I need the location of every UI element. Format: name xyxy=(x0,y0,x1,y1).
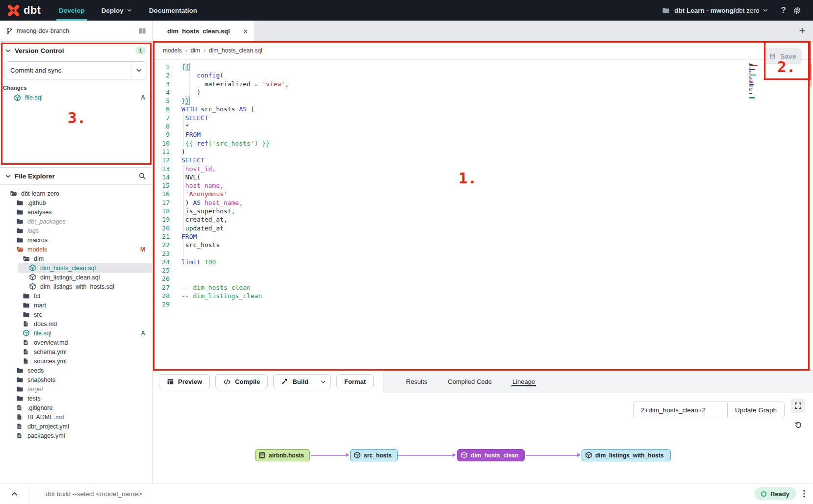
minimap-line xyxy=(749,67,751,68)
tree-item-snapshots[interactable]: snapshots xyxy=(0,375,152,384)
tree-item-schema-yml[interactable]: schema.yml xyxy=(0,347,152,356)
code-line: 26 xyxy=(153,275,806,283)
commit-and-sync-button[interactable]: Commit and sync xyxy=(4,61,147,79)
minimap-line xyxy=(749,75,756,76)
lineage-node-airbnb-hosts[interactable]: airbnb.hosts xyxy=(255,449,310,461)
tab-results[interactable]: Results xyxy=(406,371,427,393)
tree-item-models[interactable]: modelsM xyxy=(0,245,152,254)
breadcrumb-item[interactable]: models xyxy=(163,47,182,54)
minimap-line xyxy=(749,89,750,90)
help-icon[interactable]: ? xyxy=(781,5,786,15)
node-label: src_hosts xyxy=(364,452,392,459)
tree-item-label: target xyxy=(27,386,43,393)
kebab-menu-icon[interactable] xyxy=(803,490,805,498)
save-button[interactable]: Save xyxy=(763,48,802,64)
tree-item-dbt-project-yml[interactable]: dbt_project.yml xyxy=(0,422,152,431)
folder-icon xyxy=(23,292,30,300)
reset-view-icon[interactable] xyxy=(791,417,805,431)
breadcrumb: models›dim›dim_hosts_clean.sql xyxy=(153,42,813,60)
version-control-header[interactable]: Version Control 1 xyxy=(0,42,152,58)
lineage-node-dim-hosts-clean[interactable]: dim_hosts_clean xyxy=(457,449,525,461)
tree-item-docs-md[interactable]: docs.md xyxy=(0,319,152,328)
dbt-logo[interactable]: dbt xyxy=(0,4,51,17)
search-icon[interactable] xyxy=(138,172,146,180)
code-area[interactable]: 1{{2 config(3 materialized = 'view',4 )5… xyxy=(153,60,806,370)
tree-item-dim-listings-clean-sql[interactable]: dim_listings_clean.sql xyxy=(0,273,152,282)
file-explorer-title: File Explorer xyxy=(15,173,135,180)
file-explorer-header[interactable]: File Explorer xyxy=(0,168,152,185)
tree-item-readme-md[interactable]: README.md xyxy=(0,412,152,422)
code-line: 20 updated_at xyxy=(153,224,806,232)
line-number: 16 xyxy=(153,190,176,198)
tree-item-sources-yml[interactable]: sources.yml xyxy=(0,356,152,366)
nav-item-documentation[interactable]: Documentation xyxy=(141,0,205,21)
breadcrumb-item[interactable]: dim_hosts_clean.sql xyxy=(209,47,262,54)
tab-dim-hosts-clean[interactable]: dim_hosts_clean.sql × xyxy=(152,21,255,41)
code-line: 15 host_name, xyxy=(153,181,806,190)
code-line: 8 * xyxy=(153,122,806,130)
tree-item-seeds[interactable]: seeds xyxy=(0,366,152,375)
changed-file-row[interactable]: file.sqlA xyxy=(0,93,152,102)
lineage-node-dim-listings-with-hosts[interactable]: dim_listings_with_hosts xyxy=(582,449,671,461)
tree-item-packages-yml[interactable]: packages.yml xyxy=(0,431,152,440)
tree-item-dim-hosts-clean-sql[interactable]: dim_hosts_clean.sql xyxy=(0,263,152,273)
new-tab-button[interactable]: + xyxy=(791,21,813,41)
tree-item-label: tests xyxy=(27,395,40,402)
tree-item-dbt-learn-zero[interactable]: dbt-learn-zero xyxy=(0,189,152,198)
tree-item-analyses[interactable]: analyses xyxy=(0,207,152,217)
tree-item-tests[interactable]: tests xyxy=(0,394,152,403)
environment-selector[interactable]: dbt zero xyxy=(736,7,768,14)
tree-item-dim-listings-with-hosts-sql[interactable]: dim_listings_with_hosts.sql xyxy=(0,282,152,291)
chevron-down-icon[interactable] xyxy=(316,374,331,389)
minimap-line xyxy=(749,80,751,81)
format-button[interactable]: Format xyxy=(336,374,374,389)
tree-item-fct[interactable]: fct xyxy=(0,291,152,301)
code-line: 5}} xyxy=(153,97,806,105)
folder-icon xyxy=(16,218,24,225)
chevron-down-icon[interactable] xyxy=(131,62,147,79)
minimap-line xyxy=(749,82,753,83)
nav-item-deploy[interactable]: Deploy xyxy=(93,0,141,21)
model-icon xyxy=(29,274,36,281)
tree-item-dim[interactable]: dim xyxy=(0,254,152,263)
editor-scrollbar[interactable] xyxy=(809,64,812,360)
folder-icon xyxy=(16,395,24,402)
folder-icon xyxy=(10,190,17,197)
build-button[interactable]: Build xyxy=(273,374,316,389)
settings-gear-icon[interactable] xyxy=(793,6,801,15)
tree-item--github[interactable]: .github xyxy=(0,198,152,207)
tree-item-mart[interactable]: mart xyxy=(0,301,152,310)
tree-item-target[interactable]: target xyxy=(0,384,152,394)
lineage-node-src-hosts[interactable]: src_hosts xyxy=(350,449,398,461)
command-input[interactable]: dbt build --select <model_name> xyxy=(29,490,754,498)
tab-compiled-code[interactable]: Compiled Code xyxy=(448,371,492,393)
line-number: 23 xyxy=(153,250,176,258)
compile-button[interactable]: Compile xyxy=(215,374,268,389)
tab-lineage[interactable]: Lineage xyxy=(512,371,535,393)
nav-item-develop[interactable]: Develop xyxy=(51,0,93,21)
tree-item-file-sql[interactable]: file.sqlA xyxy=(0,328,152,338)
close-icon[interactable]: × xyxy=(243,27,248,35)
breadcrumb-item[interactable]: dim xyxy=(191,47,200,54)
tree-item--gitignore[interactable]: .gitignore xyxy=(0,403,152,412)
lineage-selector-input[interactable]: 2+dim_hosts_clean+2 xyxy=(633,402,728,418)
preview-button[interactable]: Preview xyxy=(159,374,210,389)
file-icon xyxy=(23,358,30,364)
split-view-icon[interactable] xyxy=(138,27,146,35)
tree-item-src[interactable]: src xyxy=(0,310,152,319)
tree-item-label: sources.yml xyxy=(34,358,67,365)
minimap[interactable] xyxy=(749,63,766,101)
tree-item-dbt-packages[interactable]: dbt_packages xyxy=(0,217,152,226)
project-name[interactable]: dbt Learn - mwong xyxy=(674,7,734,14)
update-graph-button[interactable]: Update Graph xyxy=(727,402,785,418)
fullscreen-icon[interactable] xyxy=(791,399,805,413)
code-line-text: NVL( xyxy=(176,173,806,181)
tree-item-logs[interactable]: logs xyxy=(0,226,152,235)
tree-item-macros[interactable]: macros xyxy=(0,235,152,245)
chevron-down-icon xyxy=(127,7,132,13)
chevron-up-icon[interactable] xyxy=(0,483,29,504)
code-line-text: FROM xyxy=(176,232,806,241)
code-line-text: config( xyxy=(176,71,806,79)
branch-name[interactable]: mwong-dev-branch xyxy=(17,27,138,34)
tree-item-overview-md[interactable]: overview.md xyxy=(0,338,152,347)
